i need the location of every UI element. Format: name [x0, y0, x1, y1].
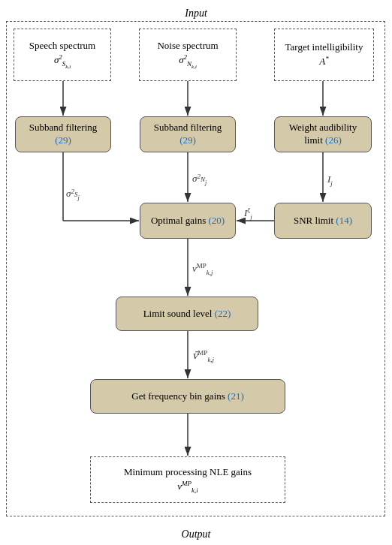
- freq-label: Get frequency bin gains (21): [131, 390, 243, 403]
- diagram: Input Speech spectrum σ2Sk,i Noise spect…: [0, 0, 392, 545]
- snr-box: SNR limit (14): [274, 203, 372, 239]
- subband2-num: (29): [179, 134, 196, 146]
- weight-label: Weight audibility limit (26): [279, 122, 366, 147]
- limit-box: Limit sound level (22): [116, 297, 258, 331]
- noise-title: Noise spectrum: [157, 40, 218, 52]
- freq-box: Get frequency bin gains (21): [90, 379, 285, 414]
- snr-num: (14): [336, 215, 352, 226]
- target-math: A*: [319, 55, 328, 68]
- limit-num: (22): [215, 308, 231, 319]
- output-math: vMPk,i: [177, 480, 198, 494]
- snr-label: SNR limit (14): [294, 215, 352, 227]
- subband1-box: Subband filtering (29): [15, 116, 111, 152]
- noise-math: σ2Nk,i: [179, 53, 197, 70]
- speech-math: σ2Sk,i: [54, 53, 71, 70]
- weight-box: Weight audibility limit (26): [274, 116, 372, 152]
- target-input-box: Target intelligibility A*: [274, 29, 374, 81]
- output-label: Minimum processing NLE gains: [124, 466, 252, 478]
- subband2-box: Subband filtering (29): [140, 116, 236, 152]
- outer-border: [6, 21, 385, 516]
- limit-label: Limit sound level (22): [143, 308, 231, 321]
- speech-title: Speech spectrum: [29, 40, 95, 52]
- subband2-label: Subband filtering (29): [145, 122, 231, 147]
- optimal-num: (20): [208, 215, 225, 226]
- output-box: Minimum processing NLE gains vMPk,i: [90, 456, 285, 503]
- input-label: Input: [185, 8, 207, 20]
- weight-num: (26): [325, 134, 342, 146]
- subband1-label: Subband filtering (29): [20, 122, 106, 147]
- output-text-label: Output: [182, 528, 211, 540]
- freq-num: (21): [228, 390, 244, 402]
- noise-input-box: Noise spectrum σ2Nk,i: [139, 29, 237, 81]
- target-title: Target intelligibility: [285, 41, 363, 53]
- speech-input-box: Speech spectrum σ2Sk,i: [14, 29, 111, 81]
- optimal-label: Optimal gains (20): [151, 215, 225, 227]
- subband1-num: (29): [55, 134, 71, 146]
- optimal-box: Optimal gains (20): [140, 203, 236, 239]
